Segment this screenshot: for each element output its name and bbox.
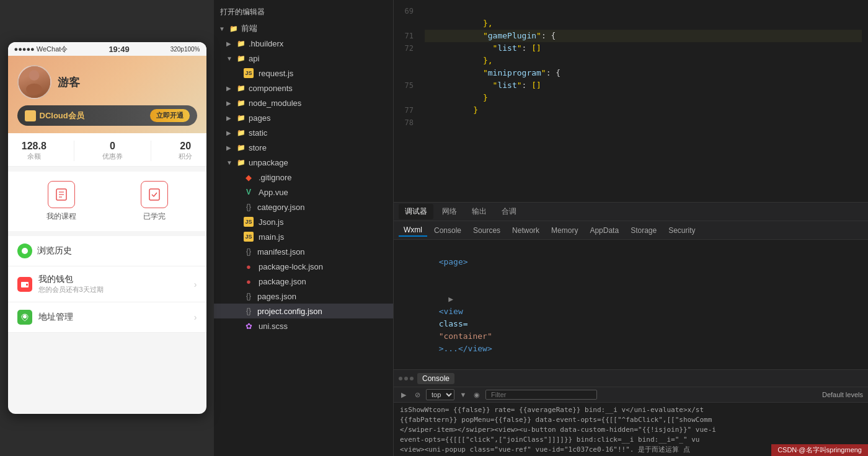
tree-static[interactable]: ▶ 📁 static — [214, 125, 393, 140]
package-lock-icon: ● — [244, 261, 254, 271]
stat-divider-1 — [74, 141, 74, 161]
tab-network[interactable]: 网络 — [436, 204, 463, 219]
menu-address[interactable]: 地址管理 › — [8, 302, 206, 333]
hbuilderx-arrow: ▶ — [226, 40, 234, 47]
node-modules-icon: 📁 — [236, 98, 246, 108]
request-label: request.js — [259, 69, 293, 78]
tree-root[interactable]: ▼ 📁 前端 — [214, 21, 393, 36]
console-dropdown-icon[interactable]: ▼ — [458, 390, 468, 400]
tree-json-js[interactable]: JS Json.js — [214, 214, 393, 229]
root-arrow: ▼ — [219, 25, 226, 32]
wxml-tab-sources[interactable]: Sources — [468, 225, 505, 236]
tree-project-config[interactable]: {} project.config.json — [214, 304, 393, 318]
tree-main-js[interactable]: JS main.js — [214, 229, 393, 244]
my-courses-icon — [48, 181, 75, 208]
tree-pages-json[interactable]: {} pages.json — [214, 289, 393, 304]
static-arrow: ▶ — [226, 129, 234, 136]
tab-console-combined[interactable]: 合调 — [495, 204, 523, 219]
tree-components[interactable]: ▶ 📁 components — [214, 81, 393, 95]
file-explorer: 打开的编辑器 ▼ 📁 前端 ▶ 📁 .hbuilderx ▼ 📁 api JS … — [214, 0, 394, 456]
tree-api[interactable]: ▼ 📁 api — [214, 51, 393, 66]
tree-category-json[interactable]: {} category.json — [214, 200, 393, 214]
console-header: Console — [394, 370, 868, 387]
vip-open-button[interactable]: 立即开通 — [150, 109, 190, 122]
console-clear-icon[interactable]: ⊘ — [412, 390, 422, 400]
root-label: 前端 — [241, 23, 257, 34]
stat-balance: 128.8 余额 — [22, 141, 46, 161]
ln-73 — [394, 55, 418, 67]
status-signal: ●●●●● WeChat令 — [14, 45, 68, 54]
gitignore-icon: ◆ — [244, 172, 254, 182]
code-lines-container: 69 71 72 75 77 78 }, "gamePlugin": { — [394, 0, 868, 202]
tree-app-vue[interactable]: V App.vue — [214, 185, 393, 200]
tree-package-json[interactable]: ● package.json — [214, 274, 393, 289]
wxml-tab-console[interactable]: Console — [429, 225, 466, 236]
svg-point-10 — [23, 315, 27, 318]
tree-unpackage[interactable]: ▼ 📁 unpackage — [214, 155, 393, 170]
wxml-tab-appdata[interactable]: AppData — [585, 225, 624, 236]
wxml-tabs-bar: Wxml Console Sources Network Memory AppD… — [394, 221, 868, 240]
tab-debugger[interactable]: 调试器 — [399, 204, 433, 219]
console-title: Console — [417, 373, 454, 384]
code-line-1: }, — [425, 5, 862, 17]
tree-request[interactable]: JS request.js — [214, 66, 393, 81]
hbuilderx-label: .hbuilderx — [249, 39, 283, 48]
package-json-icon: ● — [244, 276, 254, 286]
dot-2 — [404, 377, 408, 380]
vip-icon: ◆ — [25, 110, 36, 121]
category-json-icon: {} — [244, 202, 254, 212]
address-icon — [17, 310, 32, 325]
static-icon: 📁 — [236, 128, 246, 138]
console-filter-input[interactable] — [485, 390, 597, 400]
devtools: 调试器 网络 输出 合调 Wxml Console Sources Networ… — [394, 202, 868, 369]
address-arrow: › — [194, 312, 197, 322]
wallet-arrow: › — [194, 279, 197, 289]
action-completed[interactable]: 已学完 — [141, 181, 168, 222]
tree-store[interactable]: ▶ 📁 store — [214, 140, 393, 155]
svg-point-1 — [26, 84, 42, 95]
wxml-tab-network[interactable]: Network — [507, 225, 544, 236]
uni-scss-icon: ✿ — [244, 321, 254, 331]
tree-gitignore[interactable]: ◆ .gitignore — [214, 170, 393, 185]
tree-uni-scss[interactable]: ✿ uni.scss — [214, 318, 393, 333]
console-run-icon[interactable]: ▶ — [399, 390, 409, 400]
tree-pages[interactable]: ▶ 📁 pages — [214, 110, 393, 125]
ln-72: 72 — [394, 42, 418, 55]
console-context-select[interactable]: top — [426, 389, 454, 400]
wxml-line-2: ▶ <view class= "container" >...</view> — [400, 281, 862, 367]
console-out-2: {{fabPattern}} popMenu={{false}} data-ev… — [400, 415, 862, 425]
menu-browse-history[interactable]: 浏览历史 — [8, 236, 206, 266]
menu-wallet[interactable]: 我的钱包 您的会员还有3天过期 › — [8, 266, 206, 302]
console-eye-icon[interactable]: ◉ — [472, 390, 482, 400]
stat-points: 20 积分 — [179, 141, 192, 161]
tree-hbuilderx[interactable]: ▶ 📁 .hbuilderx — [214, 36, 393, 51]
wxml-tab-security[interactable]: Security — [663, 225, 700, 236]
pages-arrow: ▶ — [226, 115, 234, 121]
console-out-4: event-opts={{[[["click",["joinClass"]]]]… — [400, 435, 862, 445]
console-out-1: isShowWtcon= {{false}} rate= {{averageRa… — [400, 405, 862, 415]
tree-node-modules[interactable]: ▶ 📁 node_modules — [214, 95, 393, 110]
wxml-content: <page> ▶ <view class= "container" >...</… — [394, 240, 868, 369]
unpackage-icon: 📁 — [236, 157, 246, 167]
explorer-title: 打开的编辑器 — [220, 7, 265, 17]
ln-78: 78 — [394, 116, 418, 129]
wxml-tab-storage[interactable]: Storage — [626, 225, 662, 236]
store-label: store — [249, 143, 267, 152]
wxml-tab-memory[interactable]: Memory — [546, 225, 583, 236]
console-section: Console ▶ ⊘ top ▼ ◉ Default levels isSho… — [394, 369, 868, 456]
tree-package-lock[interactable]: ● package-lock.json — [214, 259, 393, 274]
tab-output[interactable]: 输出 — [466, 204, 493, 219]
browse-history-icon — [17, 243, 32, 258]
action-my-courses[interactable]: 我的课程 — [46, 181, 76, 222]
stats-row: 128.8 余额 0 优惠券 20 积分 — [8, 133, 206, 167]
wallet-sub: 您的会员还有3天过期 — [38, 285, 188, 294]
project-config-icon: {} — [244, 306, 254, 316]
vip-bar: ◆ DCloud会员 立即开通 — [17, 105, 197, 126]
wxml-tab-wxml[interactable]: Wxml — [399, 224, 427, 237]
static-label: static — [249, 128, 267, 138]
tree-manifest-json[interactable]: {} manifest.json — [214, 244, 393, 259]
ln-76 — [394, 92, 418, 104]
stat-coupons: 0 优惠券 — [102, 141, 123, 161]
console-toolbar: ▶ ⊘ top ▼ ◉ Default levels — [394, 387, 868, 403]
unpackage-label: unpackage — [249, 158, 288, 167]
